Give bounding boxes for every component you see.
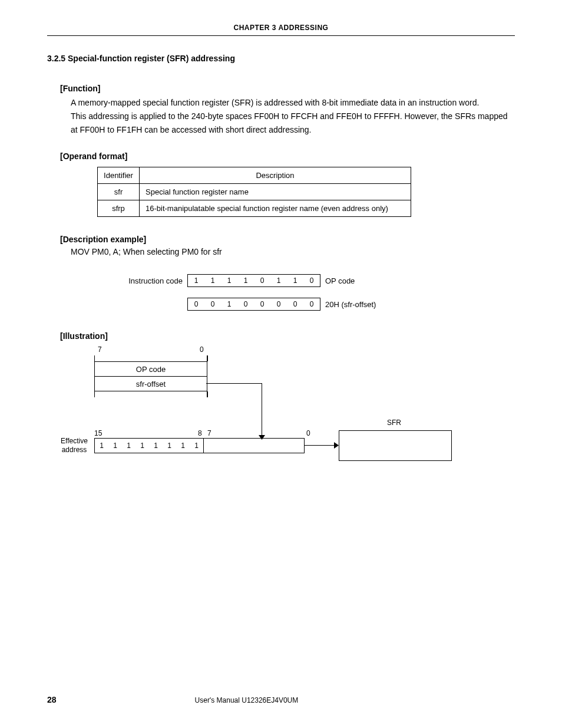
operand-header-id: Identifier bbox=[98, 167, 140, 184]
tick-0b: 0 bbox=[306, 429, 310, 437]
operand-row-id: sfrp bbox=[98, 200, 140, 217]
function-text: A memory-mapped special function registe… bbox=[71, 96, 515, 137]
tick-0: 0 bbox=[200, 345, 204, 354]
chapter-header: CHAPTER 3 ADDRESSING bbox=[47, 24, 515, 36]
sfr-label: SFR bbox=[387, 419, 401, 427]
tick-8: 8 bbox=[198, 429, 202, 437]
opcode-row: OP code bbox=[95, 361, 207, 377]
opcode-bit-row: 1 1 1 1 0 1 1 0 bbox=[187, 274, 320, 287]
illustration-label: [Illustration] bbox=[60, 331, 515, 341]
page-number: 28 bbox=[47, 695, 57, 704]
sfr-box bbox=[339, 430, 452, 461]
operand-table: Identifier Description sfr Special funct… bbox=[97, 167, 411, 217]
operand-format-label: [Operand format] bbox=[60, 151, 515, 161]
tick-15: 15 bbox=[94, 429, 102, 437]
function-label: [Function] bbox=[60, 84, 515, 93]
effective-address-row: 1 1 1 1 1 1 1 1 bbox=[94, 438, 305, 453]
offset-caption: 20H (sfr-offset) bbox=[320, 300, 376, 309]
opcode-caption: OP code bbox=[320, 276, 355, 285]
table-row: sfr Special function register name bbox=[98, 184, 411, 200]
operand-row-desc: Special function register name bbox=[140, 184, 411, 200]
footer-text: User's Manual U12326EJ4V0UM bbox=[195, 696, 299, 704]
arrow-right-icon bbox=[334, 442, 339, 449]
instruction-code-block: Instruction code 1 1 1 1 0 1 1 0 OP code… bbox=[124, 274, 515, 311]
tick-7: 7 bbox=[98, 345, 102, 354]
illustration-diagram: 7 0 OP code sfr-offset SFR 15 8 7 0 Effe… bbox=[47, 347, 515, 465]
sfr-offset-row: sfr-offset bbox=[95, 377, 207, 391]
opcode-box: OP code sfr-offset bbox=[94, 355, 207, 397]
effective-address-label: Effective address bbox=[58, 437, 91, 454]
section-title: 3.2.5 Special-function register (SFR) ad… bbox=[47, 54, 515, 63]
svg-marker-1 bbox=[334, 442, 339, 449]
description-example-label: [Description example] bbox=[60, 235, 515, 244]
offset-bit-row: 0 0 1 0 0 0 0 0 bbox=[187, 298, 320, 311]
operand-row-desc: 16-bit-manipulatable special function re… bbox=[140, 200, 411, 217]
operand-header-desc: Description bbox=[140, 167, 411, 184]
operand-row-id: sfr bbox=[98, 184, 140, 200]
page-footer: 28 User's Manual U12326EJ4V0UM bbox=[47, 695, 515, 704]
table-row: sfrp 16-bit-manipulatable special functi… bbox=[98, 200, 411, 217]
instruction-code-label: Instruction code bbox=[124, 276, 187, 285]
tick-7b: 7 bbox=[207, 429, 211, 437]
description-example-text: MOV PM0, A; When selecting PM0 for sfr bbox=[71, 247, 515, 256]
